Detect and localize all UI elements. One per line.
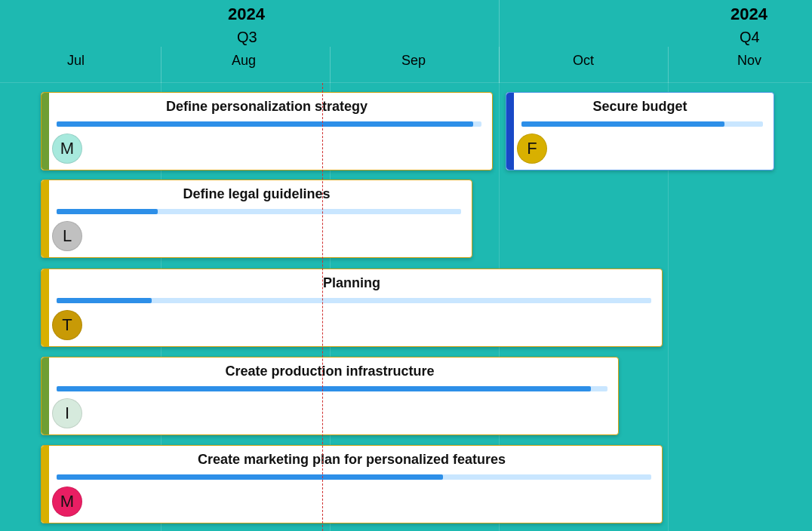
- task-title: Create production infrastructure: [42, 358, 618, 379]
- task-edge: [42, 93, 49, 170]
- avatar[interactable]: F: [517, 134, 547, 164]
- timeline-header: 2024 Q3 2024 Q4 Jul Aug Sep Oct Nov: [0, 0, 812, 83]
- progress-fill: [57, 121, 473, 127]
- task-title: Create marketing plan for personalized f…: [42, 446, 662, 468]
- task-card[interactable]: Define legal guidelines L: [41, 180, 472, 258]
- task-edge: [42, 358, 49, 434]
- tasks-area: Define personalization strategy M Secure…: [0, 83, 812, 531]
- month-divider: [668, 47, 669, 83]
- avatar[interactable]: M: [52, 134, 82, 164]
- year-label: 2024: [228, 5, 265, 24]
- today-line: [322, 83, 323, 531]
- task-card[interactable]: Secure budget F: [506, 92, 774, 170]
- task-card[interactable]: Create production infrastructure I: [41, 357, 619, 435]
- task-edge: [506, 93, 514, 170]
- task-card[interactable]: Planning T: [41, 269, 663, 347]
- avatar[interactable]: L: [52, 221, 82, 251]
- progress-fill: [57, 209, 158, 214]
- progress-track: [57, 386, 607, 391]
- task-card[interactable]: Create marketing plan for personalized f…: [41, 445, 663, 523]
- progress-fill: [57, 386, 591, 391]
- task-title: Planning: [42, 269, 662, 291]
- task-title: Define personalization strategy: [42, 93, 492, 115]
- month-label-oct: Oct: [573, 53, 594, 69]
- progress-track: [57, 121, 481, 127]
- quarter-label: Q4: [740, 29, 760, 46]
- task-title: Secure budget: [506, 93, 774, 115]
- progress-fill: [57, 298, 152, 303]
- avatar[interactable]: M: [52, 486, 82, 517]
- task-edge: [42, 446, 49, 523]
- progress-track: [521, 121, 763, 127]
- progress-fill: [57, 474, 443, 480]
- task-edge: [42, 180, 49, 257]
- task-card[interactable]: Define personalization strategy M: [41, 92, 493, 170]
- task-edge: [42, 269, 49, 346]
- month-label-jul: Jul: [67, 53, 85, 69]
- year-label: 2024: [730, 5, 767, 24]
- progress-track: [57, 298, 651, 303]
- avatar[interactable]: T: [52, 310, 82, 340]
- month-divider: [161, 47, 161, 83]
- progress-track: [57, 209, 461, 214]
- month-divider: [499, 47, 500, 83]
- quarter-label: Q3: [237, 29, 257, 46]
- progress-fill: [521, 121, 724, 127]
- month-label-aug: Aug: [232, 53, 256, 69]
- task-title: Define legal guidelines: [42, 180, 472, 202]
- month-divider: [330, 47, 331, 83]
- month-label-nov: Nov: [737, 53, 761, 69]
- month-label-sep: Sep: [401, 53, 426, 69]
- progress-track: [57, 474, 651, 480]
- avatar[interactable]: I: [52, 398, 82, 428]
